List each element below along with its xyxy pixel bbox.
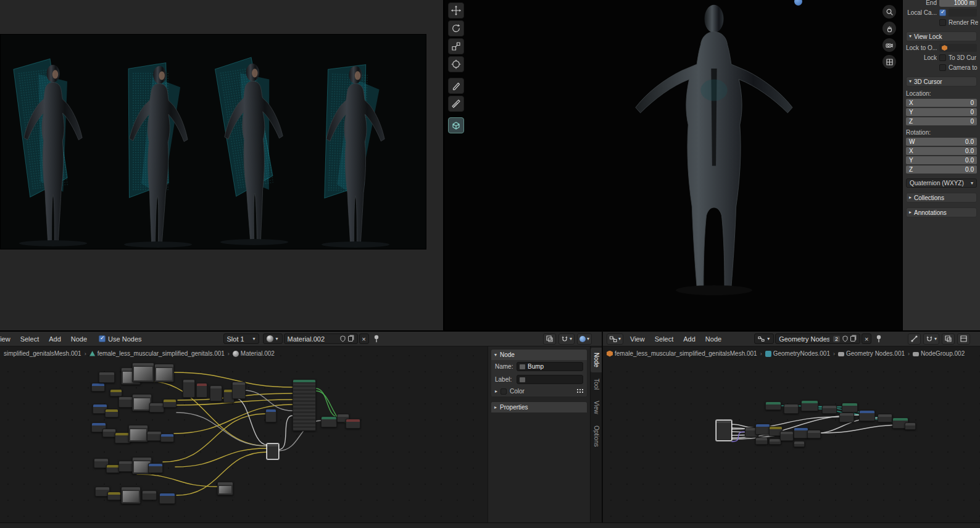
fake-user-shield-icon[interactable] [842, 335, 848, 342]
character-model[interactable] [444, 0, 903, 330]
transform-tool-button[interactable] [448, 56, 464, 72]
shader-node[interactable] [102, 429, 116, 437]
camera-to-view-checkbox[interactable] [939, 64, 946, 71]
shader-node[interactable] [217, 482, 233, 495]
preview-shading-toggle[interactable]: ▾ [577, 333, 592, 345]
shader-node[interactable] [128, 425, 148, 442]
geometry-node-graph[interactable] [603, 332, 980, 528]
geo-node[interactable] [822, 405, 837, 414]
npanel-tab-node[interactable]: Node [591, 348, 602, 372]
lock-object-field[interactable] [939, 44, 977, 52]
geo-node[interactable] [842, 403, 858, 413]
use-nodes-checkbox[interactable] [99, 335, 106, 342]
local-camera-checkbox[interactable] [939, 9, 946, 16]
rotation-mode-dropdown[interactable]: Quaternion (WXYZ) ▾ [906, 178, 977, 188]
geo-node[interactable] [794, 427, 808, 438]
npanel-tab-view[interactable]: View [591, 396, 602, 419]
shader-node[interactable] [196, 383, 207, 398]
shader-node[interactable] [346, 419, 360, 429]
render-region-checkbox[interactable] [939, 19, 946, 26]
local-camera-field[interactable] [949, 9, 977, 17]
geo-node[interactable] [905, 422, 916, 430]
properties-panel-header[interactable]: ▸ Properties [491, 402, 587, 413]
collections-section-header[interactable]: ▸ Collections [906, 193, 977, 203]
geo-node[interactable] [755, 424, 770, 435]
geo-node[interactable] [859, 410, 875, 421]
shader-node[interactable] [107, 492, 121, 500]
use-nodes-toggle[interactable]: Use Nodes [99, 335, 141, 343]
breadcrumb-item[interactable]: simplified_genitalsMesh.001 [4, 350, 81, 357]
snapping-magnet-icon[interactable]: ▾ [923, 333, 939, 345]
geo-node[interactable] [794, 441, 805, 447]
menu-view[interactable]: View [626, 334, 649, 344]
presets-menu-icon[interactable] [576, 388, 583, 394]
unlink-material-button[interactable]: × [359, 333, 369, 344]
breadcrumb-item[interactable]: female_less_muscular_simplified_genitals… [607, 350, 757, 357]
shader-node[interactable] [232, 382, 246, 399]
shader-node[interactable] [99, 372, 115, 383]
camera-view-gizmo[interactable] [882, 38, 896, 52]
geo-node[interactable] [801, 400, 818, 411]
editor-type-button[interactable]: ▾ [607, 333, 623, 345]
geo-node[interactable] [784, 404, 799, 414]
node-panel-header[interactable]: ▾ Node [491, 350, 587, 360]
shader-node[interactable] [132, 362, 154, 382]
3d-viewport[interactable] [443, 0, 902, 330]
breadcrumb-item[interactable]: Material.002 [233, 350, 275, 357]
users-count-badge[interactable]: 2 [833, 336, 840, 342]
reference-image[interactable] [0, 34, 426, 249]
pan-gizmo[interactable] [882, 22, 896, 35]
move-tool-button[interactable] [448, 2, 464, 19]
menu-add[interactable]: Add [44, 334, 65, 344]
cursor-location-z-field[interactable]: Z0 [906, 117, 977, 125]
node-label-field[interactable] [517, 375, 583, 384]
annotate-tool-button[interactable] [448, 78, 464, 94]
shader-node[interactable] [106, 464, 120, 473]
menu-node[interactable]: Node [67, 334, 91, 344]
lock-to-3d-cursor-checkbox[interactable] [939, 54, 946, 61]
color-checkbox[interactable] [500, 388, 507, 395]
menu-select[interactable]: Select [650, 334, 678, 344]
shader-editor-area[interactable]: simplified_genitalsMesh.001›female_less_… [0, 330, 602, 528]
npanel-tab-options[interactable]: Options [591, 421, 602, 451]
npanel-tab-tool[interactable]: Tool [591, 374, 602, 395]
geometry-nodes-editor-area[interactable]: female_less_muscular_simplified_genitals… [602, 330, 980, 528]
cursor-location-x-field[interactable]: X0 [906, 99, 977, 107]
shader-node[interactable] [110, 389, 122, 396]
add-cube-tool-button[interactable] [448, 117, 464, 133]
editor-options-icon[interactable] [957, 333, 970, 345]
geo-node[interactable] [755, 437, 768, 445]
rotate-tool-button[interactable] [448, 20, 464, 36]
node-name-field[interactable]: Bump [517, 362, 583, 371]
node-tree-name-field[interactable]: Geometry Nodes.001 2 [775, 333, 860, 344]
snapping-magnet-icon[interactable]: ▾ [559, 333, 575, 345]
scale-tool-button[interactable] [448, 38, 464, 54]
overlays-icon[interactable] [543, 333, 556, 345]
shader-node[interactable] [163, 399, 176, 408]
shader-node[interactable] [147, 431, 162, 441]
duplicate-node-tree-icon[interactable] [850, 336, 855, 342]
menu-select[interactable]: Select [16, 334, 44, 344]
shader-node[interactable] [321, 416, 337, 427]
shader-node[interactable] [91, 383, 105, 392]
slot-dropdown[interactable]: Slot 1▾ [223, 333, 259, 344]
shader-node[interactable] [183, 379, 195, 398]
cursor-rotation-z-field[interactable]: Z0.0 [906, 166, 977, 174]
geo-node[interactable] [780, 431, 794, 441]
menu-view[interactable]: View [0, 334, 15, 344]
annotations-section-header[interactable]: ▸ Annotations [906, 207, 977, 217]
geo-node[interactable] [878, 414, 892, 422]
menu-node[interactable]: Node [701, 334, 726, 344]
shader-node[interactable] [159, 493, 175, 504]
geo-node[interactable] [716, 420, 732, 441]
ortho-toggle-gizmo[interactable] [882, 55, 896, 69]
view-lock-section-header[interactable]: ▾ View Lock [906, 31, 977, 41]
color-subpanel-header[interactable]: ▸ Color [491, 386, 587, 396]
geo-node[interactable] [839, 413, 854, 422]
zoom-gizmo[interactable] [882, 5, 896, 19]
clip-end-field[interactable]: 1000 m [939, 0, 977, 7]
geo-node[interactable] [765, 401, 781, 410]
shader-node[interactable] [293, 379, 316, 431]
pin-icon[interactable] [876, 335, 882, 343]
parent-links-icon[interactable] [908, 333, 921, 345]
